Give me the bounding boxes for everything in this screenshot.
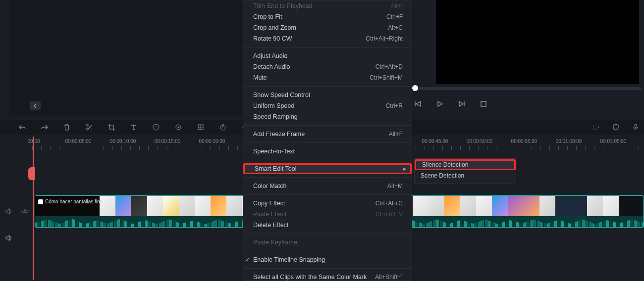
- menu-item-shortcut: Ctrl+Alt+V: [376, 211, 403, 218]
- safe-zone-button[interactable]: [611, 123, 620, 132]
- menu-item-smart-edit-tool[interactable]: Smart Edit Tool: [243, 163, 412, 174]
- undo-button[interactable]: [18, 123, 27, 132]
- menu-item-crop-to-fit[interactable]: Crop to FitCtrl+F: [243, 11, 412, 22]
- smart-edit-submenu[interactable]: Silence DetectionScene Detection: [414, 158, 516, 184]
- menu-item-uniform-speed[interactable]: Uniform SpeedCtrl+R: [243, 100, 412, 111]
- submenu-item-silence-detection[interactable]: Silence Detection: [415, 159, 516, 170]
- menu-item-trim-end-to-playhead: Trim End to PlayheadAlt+]: [243, 0, 412, 11]
- svg-point-14: [24, 210, 26, 212]
- svg-rect-13: [635, 124, 637, 128]
- track-controls: [5, 208, 30, 215]
- preview-scrubber[interactable]: [414, 87, 642, 90]
- menu-item-shortcut: Alt+F: [389, 131, 403, 138]
- menu-item-label: Delete Effect: [253, 222, 288, 229]
- menu-item-adjust-audio[interactable]: Adjust Audio: [243, 50, 412, 61]
- menu-separator: [243, 194, 412, 195]
- menu-item-shortcut: Alt+M: [387, 183, 403, 189]
- transform-button[interactable]: [196, 123, 205, 132]
- menu-separator: [243, 125, 412, 126]
- duration-button[interactable]: [218, 123, 227, 132]
- menu-item-speech-to-text[interactable]: Speech-to-Text: [243, 146, 412, 157]
- text-button[interactable]: [129, 123, 138, 132]
- ruler-timestamp: 00:00:55:00: [511, 139, 537, 144]
- menu-item-mute[interactable]: MuteCtrl+Shift+M: [243, 72, 412, 83]
- menu-separator: [243, 86, 412, 87]
- svg-point-12: [593, 125, 598, 130]
- menu-item-label: Trim End to Playhead: [253, 2, 313, 9]
- menu-item-speed-ramping[interactable]: Speed Ramping: [243, 111, 412, 122]
- svg-point-2: [86, 128, 88, 130]
- menu-item-select-all-clips-with-the-same-color-mark[interactable]: Select all Clips with the Same Color Mar…: [243, 272, 412, 281]
- play-forward-button[interactable]: [457, 99, 467, 109]
- menu-item-label: Enable Timeline Snapping: [253, 256, 325, 263]
- menu-item-shortcut: Alt+]: [391, 2, 403, 9]
- ruler-timestamp: 00:00:20:00: [199, 139, 225, 144]
- menu-item-label: Copy Effect: [253, 200, 285, 207]
- menu-item-label: Color Match: [253, 183, 286, 189]
- prev-frame-button[interactable]: [413, 99, 423, 109]
- menu-item-shortcut: Ctrl+R: [386, 102, 403, 109]
- menu-item-label: Select all Clips with the Same Color Mar…: [253, 274, 367, 281]
- menu-separator: [243, 142, 412, 143]
- preview-viewport[interactable]: [436, 0, 639, 84]
- menu-item-label: Detach Audio: [253, 63, 290, 70]
- menu-item-label: Rotate 90 CW: [253, 35, 292, 42]
- submenu-item-label: Scene Detection: [421, 172, 464, 179]
- collapse-panel-button[interactable]: [30, 101, 41, 110]
- menu-item-show-speed-control[interactable]: Show Speed Control: [243, 90, 412, 100]
- menu-item-label: Adjust Audio: [253, 52, 288, 59]
- menu-item-label: Speed Ramping: [253, 113, 298, 120]
- ruler-timestamp: 00:00:05:00: [65, 139, 92, 144]
- mute-track-button[interactable]: [5, 208, 13, 215]
- menu-item-paste-keyframe: Paste Keyframe: [243, 237, 412, 248]
- play-button[interactable]: [435, 99, 445, 109]
- check-icon: ✓: [245, 257, 250, 263]
- crop-button[interactable]: [107, 123, 116, 132]
- ruler-timestamp: 00:01:00:00: [556, 139, 582, 144]
- preview-scrubber-knob[interactable]: [412, 85, 418, 91]
- clip-context-menu[interactable]: Trim End to PlayheadAlt+]Crop to FitCtrl…: [243, 0, 412, 281]
- menu-item-enable-timeline-snapping[interactable]: ✓Enable Timeline Snapping: [243, 254, 412, 265]
- ruler-timestamp: 00:00:10:00: [110, 139, 136, 144]
- menu-item-shortcut: Alt+Shift+`: [375, 274, 403, 281]
- clip-title: Cómo hacer pantallas fina...: [38, 199, 107, 204]
- stop-button[interactable]: [479, 99, 488, 109]
- speed-button[interactable]: [152, 123, 161, 132]
- menu-item-label: Smart Edit Tool: [255, 165, 297, 172]
- playback-controls: [413, 99, 488, 109]
- ruler-timestamp: 00:00: [27, 139, 40, 144]
- menu-separator: [243, 234, 412, 234]
- media-panel: [9, 0, 242, 116]
- menu-item-shortcut: Ctrl+Alt+C: [376, 200, 403, 207]
- redo-button[interactable]: [40, 123, 49, 132]
- menu-item-add-freeze-frame[interactable]: Add Freeze FrameAlt+F: [243, 129, 412, 140]
- svg-rect-0: [481, 101, 486, 106]
- split-button[interactable]: [85, 123, 94, 132]
- menu-item-color-match[interactable]: Color MatchAlt+M: [243, 181, 412, 191]
- menu-item-detach-audio[interactable]: Detach AudioCtrl+Alt+D: [243, 61, 412, 72]
- ruler-timestamp: 00:00:45:00: [422, 139, 448, 144]
- menu-separator: [243, 177, 412, 178]
- color-button[interactable]: [174, 123, 183, 132]
- menu-item-label: Show Speed Control: [253, 92, 310, 98]
- render-button[interactable]: [591, 123, 600, 132]
- ruler-timestamp: 00:01:05:00: [600, 139, 627, 144]
- svg-point-5: [178, 127, 179, 128]
- hide-track-button[interactable]: [21, 208, 30, 214]
- menu-item-label: Speech-to-Text: [253, 148, 295, 155]
- playhead-handle[interactable]: [28, 167, 35, 180]
- submenu-item-scene-detection[interactable]: Scene Detection: [415, 170, 516, 181]
- menu-item-shortcut: Alt+C: [388, 24, 403, 31]
- menu-item-delete-effect[interactable]: Delete Effect: [243, 220, 412, 231]
- voiceover-button[interactable]: [631, 123, 640, 132]
- mute-audio-track-button[interactable]: [5, 234, 13, 241]
- svg-point-1: [86, 124, 88, 126]
- playhead[interactable]: [33, 137, 34, 280]
- menu-item-rotate-90-cw[interactable]: Rotate 90 CWCtrl+Alt+Right: [243, 33, 412, 44]
- ruler-timestamp: 00:00:15:00: [155, 139, 181, 144]
- menu-item-crop-and-zoom[interactable]: Crop and ZoomAlt+C: [243, 22, 412, 33]
- delete-button[interactable]: [62, 123, 71, 132]
- menu-separator: [243, 268, 412, 269]
- menu-item-copy-effect[interactable]: Copy EffectCtrl+Alt+C: [243, 198, 412, 209]
- audio-track-controls: [5, 234, 13, 241]
